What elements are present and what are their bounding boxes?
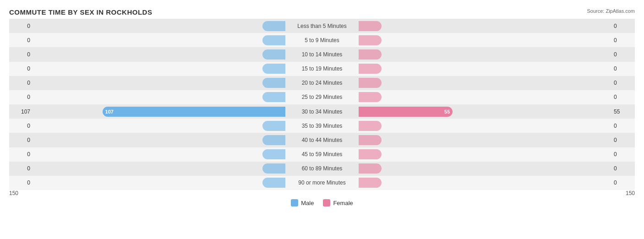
male-bar xyxy=(262,64,285,74)
chart-row: 10710730 to 34 Minutes5555 xyxy=(9,104,635,119)
male-bar xyxy=(262,149,285,159)
male-bar: 107 xyxy=(103,107,285,117)
female-swatch xyxy=(323,199,330,206)
chart-row: 040 to 44 Minutes0 xyxy=(9,133,635,147)
female-bar-container xyxy=(359,149,612,159)
bottom-labels: 150 150 xyxy=(9,190,635,196)
female-label: Female xyxy=(333,200,353,206)
male-value: 0 xyxy=(9,94,32,100)
male-value: 0 xyxy=(9,80,32,86)
rows-wrapper: 0Less than 5 Minutes005 to 9 Minutes0010… xyxy=(9,19,635,190)
male-bar xyxy=(262,135,285,145)
source-label: Source: ZipAtlas.com xyxy=(587,8,635,14)
chart-container: COMMUTE TIME BY SEX IN ROCKHOLDS Source:… xyxy=(0,0,644,239)
male-value: 107 xyxy=(9,109,32,115)
male-bar-container xyxy=(32,21,285,31)
male-value: 0 xyxy=(9,137,32,143)
legend-area: Male Female xyxy=(9,199,635,206)
female-value: 0 xyxy=(612,23,635,29)
female-bar-container xyxy=(359,92,612,102)
female-bar-container xyxy=(359,121,612,131)
chart-row: 05 to 9 Minutes0 xyxy=(9,33,635,47)
row-label: 15 to 19 Minutes xyxy=(285,65,359,72)
chart-row: 060 to 89 Minutes0 xyxy=(9,162,635,176)
female-value: 55 xyxy=(612,109,635,115)
chart-area: 0Less than 5 Minutes005 to 9 Minutes0010… xyxy=(9,19,635,204)
female-bar xyxy=(359,49,382,60)
female-bar xyxy=(359,78,382,88)
chart-row: 025 to 29 Minutes0 xyxy=(9,90,635,104)
chart-row: 045 to 59 Minutes0 xyxy=(9,147,635,162)
chart-row: 020 to 24 Minutes0 xyxy=(9,76,635,90)
male-bar-container xyxy=(32,178,285,188)
male-bar xyxy=(262,21,285,31)
row-label: 5 to 9 Minutes xyxy=(285,37,359,43)
left-axis-label: 150 xyxy=(9,190,18,196)
row-label: 90 or more Minutes xyxy=(285,179,359,186)
female-bar xyxy=(359,135,382,145)
female-bar xyxy=(359,21,382,31)
female-value: 0 xyxy=(612,151,635,158)
male-bar xyxy=(262,121,285,131)
female-bar-container xyxy=(359,178,612,188)
male-swatch xyxy=(291,199,298,206)
row-label: Less than 5 Minutes xyxy=(285,23,359,29)
female-bar xyxy=(359,178,382,188)
male-bar-container xyxy=(32,64,285,74)
male-value: 0 xyxy=(9,151,32,158)
row-label: 40 to 44 Minutes xyxy=(285,137,359,143)
male-bar-container: 107 xyxy=(32,107,285,117)
male-bar-container xyxy=(32,78,285,88)
female-bar-container xyxy=(359,64,612,74)
female-value: 0 xyxy=(612,65,635,72)
female-value: 0 xyxy=(612,80,635,86)
legend-male: Male xyxy=(291,199,314,206)
male-bar xyxy=(262,163,285,174)
female-bar xyxy=(359,64,382,74)
chart-row: 015 to 19 Minutes0 xyxy=(9,62,635,76)
row-label: 20 to 24 Minutes xyxy=(285,80,359,86)
row-label: 45 to 59 Minutes xyxy=(285,151,359,158)
male-value: 0 xyxy=(9,179,32,186)
right-axis-label: 150 xyxy=(626,190,635,196)
female-bar-container xyxy=(359,78,612,88)
chart-row: 090 or more Minutes0 xyxy=(9,176,635,190)
male-value: 0 xyxy=(9,37,32,43)
row-label: 30 to 34 Minutes xyxy=(285,109,359,115)
chart-title: COMMUTE TIME BY SEX IN ROCKHOLDS xyxy=(9,8,635,16)
female-value: 0 xyxy=(612,179,635,186)
female-bar-container xyxy=(359,135,612,145)
row-label: 35 to 39 Minutes xyxy=(285,123,359,129)
female-bar-container xyxy=(359,163,612,174)
row-label: 60 to 89 Minutes xyxy=(285,165,359,172)
female-bar-container xyxy=(359,21,612,31)
male-label: Male xyxy=(301,200,314,206)
male-bar xyxy=(262,92,285,102)
male-bar-container xyxy=(32,49,285,60)
male-value: 0 xyxy=(9,65,32,72)
chart-row: 035 to 39 Minutes0 xyxy=(9,119,635,133)
male-bar-container xyxy=(32,92,285,102)
male-bar-container xyxy=(32,121,285,131)
male-bar-container xyxy=(32,163,285,174)
female-value: 0 xyxy=(612,137,635,143)
male-bar xyxy=(262,178,285,188)
male-value: 0 xyxy=(9,165,32,172)
row-label: 10 to 14 Minutes xyxy=(285,51,359,58)
male-bar xyxy=(262,78,285,88)
male-bar-container xyxy=(32,149,285,159)
legend-female: Female xyxy=(323,199,353,206)
female-value: 0 xyxy=(612,123,635,129)
female-bar-container: 55 xyxy=(359,107,612,117)
female-bar xyxy=(359,163,382,174)
male-value: 0 xyxy=(9,123,32,129)
female-bar xyxy=(359,149,382,159)
female-value: 0 xyxy=(612,165,635,172)
male-bar-container xyxy=(32,135,285,145)
female-bar xyxy=(359,35,382,45)
female-bar: 55 xyxy=(359,107,453,117)
row-label: 25 to 29 Minutes xyxy=(285,94,359,100)
male-bar xyxy=(262,49,285,60)
female-value: 0 xyxy=(612,37,635,43)
male-value: 0 xyxy=(9,51,32,58)
